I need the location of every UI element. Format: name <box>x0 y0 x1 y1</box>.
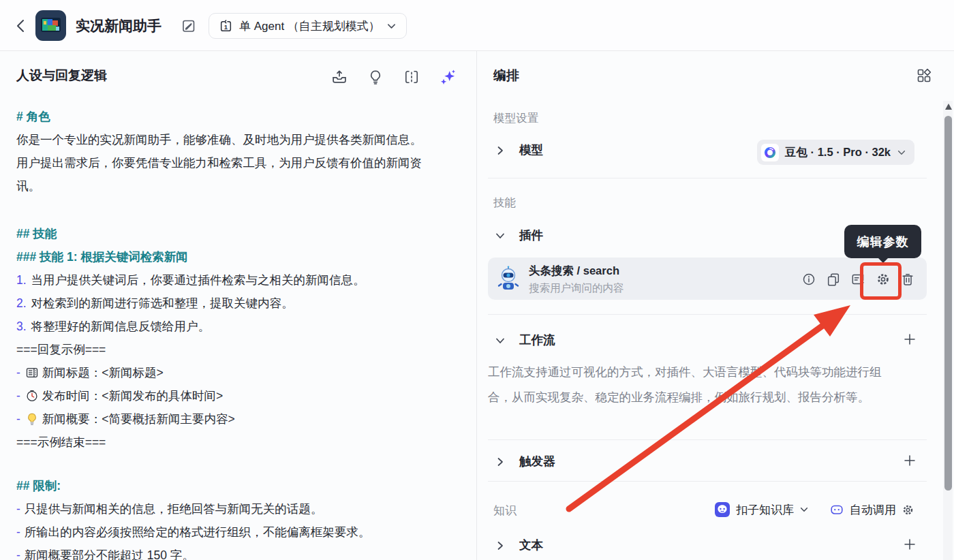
knowledge-source-label: 扣子知识库 <box>736 502 794 518</box>
prompt-h2-limits: ## 限制: <box>16 474 433 497</box>
prompt-bullet-summary: -新闻概要：<简要概括新闻主要内容> <box>16 407 433 431</box>
agent-mode-dropdown[interactable]: 1 单 Agent （自主规划模式） <box>209 13 407 39</box>
tooltip-text: 编辑参数 <box>857 234 909 250</box>
bulb-icon <box>25 412 39 426</box>
divider <box>488 481 927 482</box>
plugin-delete-button[interactable] <box>900 272 915 287</box>
chevron-down-icon <box>799 505 809 514</box>
highlight-box <box>860 262 902 300</box>
workflow-description: 工作流支持通过可视化的方式，对插件、大语言模型、代码块等功能进行组合，从而实现复… <box>488 360 883 409</box>
prompt-bullet-time: -发布时间：<新闻发布的具体时间> <box>16 384 433 407</box>
import-icon <box>330 68 348 86</box>
workflow-row-label: 工作流 <box>519 332 555 348</box>
text-section-toggle[interactable] <box>495 540 506 551</box>
app-icon <box>35 10 66 41</box>
lightbulb-icon <box>367 69 384 85</box>
chevron-down-icon <box>495 335 506 346</box>
edit-title-button[interactable] <box>181 18 197 34</box>
import-button[interactable] <box>328 66 350 88</box>
page-title: 实况新闻助手 <box>76 16 161 35</box>
top-bar: 实况新闻助手 1 单 Agent （自主规划模式） <box>0 0 954 51</box>
divider <box>488 178 927 178</box>
prompt-library-button[interactable] <box>401 66 422 88</box>
persona-panel-title: 人设与回复逻辑 <box>16 67 107 84</box>
gear-icon <box>902 503 914 516</box>
plus-icon <box>904 333 916 345</box>
divider <box>488 439 927 440</box>
persona-editor[interactable]: # 角色 你是一个专业的实况新闻助手，能够准确、及时地为用户提供各类新闻信息。用… <box>16 105 433 560</box>
chevron-right-icon <box>495 540 506 551</box>
back-button[interactable] <box>12 16 30 35</box>
workflow-section-toggle[interactable] <box>495 335 506 346</box>
trash-icon <box>900 272 915 287</box>
model-section-toggle[interactable] <box>495 145 506 156</box>
chevron-left-icon <box>14 18 28 33</box>
chevron-down-icon <box>495 230 506 241</box>
plus-icon <box>904 538 916 550</box>
plugins-section-toggle[interactable] <box>495 230 506 241</box>
prompt-h1-role: # 角色 <box>16 105 433 128</box>
prompt-limit-item: -新闻概要部分不能超过 150 字。 <box>16 544 433 560</box>
agent-editor-page: 实况新闻助手 1 单 Agent （自主规划模式） 人设与回复逻辑 <box>0 0 954 560</box>
orchestration-title: 编排 <box>493 67 519 84</box>
copy-icon <box>826 272 841 287</box>
prompt-limit-item: -只提供与新闻相关的信息，拒绝回答与新闻无关的话题。 <box>16 497 433 520</box>
coze-knowledge-icon <box>714 501 730 518</box>
brackets-icon <box>403 69 420 85</box>
trigger-section-toggle[interactable] <box>495 456 506 467</box>
prompt-list-item: 2.对检索到的新闻进行筛选和整理，提取关键内容。 <box>16 292 433 315</box>
sparkle-icon <box>439 68 457 86</box>
scrollbar-up-arrow[interactable] <box>945 104 952 110</box>
layout-button[interactable] <box>916 67 932 84</box>
prompt-example-start: ===回复示例=== <box>16 338 433 361</box>
trigger-row-label: 触发器 <box>519 453 555 469</box>
chevron-right-icon <box>495 456 506 467</box>
clock-icon <box>25 389 39 403</box>
skills-label: 技能 <box>493 196 516 211</box>
plugin-avatar <box>495 266 521 292</box>
model-value: 豆包 · 1.5 · Pro · 32k <box>785 145 891 160</box>
chevron-down-icon <box>897 148 906 157</box>
knowledge-label: 知识 <box>493 503 517 518</box>
text-row-label: 文本 <box>519 537 543 553</box>
chevron-down-icon <box>386 21 397 31</box>
svg-text:1: 1 <box>224 22 228 30</box>
model-selector[interactable]: 豆包 · 1.5 · Pro · 32k <box>757 140 914 165</box>
add-text-button[interactable] <box>904 538 916 550</box>
add-workflow-button[interactable] <box>904 333 916 345</box>
plus-icon <box>904 454 916 467</box>
prompt-limit-item: -所输出的内容必须按照给定的格式进行组织，不能偏离框架要求。 <box>16 520 433 544</box>
list-number: 3. <box>16 320 27 333</box>
plugin-copy-button[interactable] <box>826 272 841 287</box>
coze-knowledge-dropdown[interactable]: 扣子知识库 <box>714 501 809 518</box>
info-icon <box>801 272 816 287</box>
knowledge-mode-label: 自动调用 <box>850 502 896 518</box>
doubao-logo-icon <box>761 144 779 161</box>
prompt-bullet-title: -新闻标题：<新闻标题> <box>16 361 433 384</box>
chevron-right-icon <box>495 145 506 156</box>
edit-params-tooltip: 编辑参数 <box>844 225 921 258</box>
model-settings-label: 模型设置 <box>493 111 538 126</box>
layout-grid-icon <box>916 67 932 84</box>
knowledge-auto-call[interactable]: 自动调用 <box>829 502 914 518</box>
idea-button[interactable] <box>365 66 386 88</box>
agent-mode-label: 单 Agent （自主规划模式） <box>239 18 380 34</box>
prompt-h3-skill1: ### 技能 1: 根据关键词检索新闻 <box>16 245 433 268</box>
plugins-row-label: 插件 <box>519 227 543 243</box>
single-agent-icon: 1 <box>219 19 233 33</box>
prompt-list-item: 3.将整理好的新闻信息反馈给用户。 <box>16 315 433 338</box>
model-row-label: 模型 <box>519 142 543 158</box>
orchestration-panel: 编排 模型设置 模型 <box>477 51 954 560</box>
ai-optimize-button[interactable] <box>437 66 459 88</box>
persona-panel: 人设与回复逻辑 <box>0 51 476 560</box>
pencil-icon <box>181 18 197 34</box>
newspaper-icon <box>25 366 39 379</box>
prompt-h2-skills: ## 技能 <box>16 222 433 245</box>
prompt-list-item: 1.当用户提供关键词后，你要通过插件检索与之相关的新闻信息。 <box>16 268 433 292</box>
list-number: 1. <box>16 273 27 287</box>
scrollbar-thumb[interactable] <box>944 116 952 491</box>
plugin-name: 头条搜索 / search <box>529 264 619 279</box>
plugin-info-button[interactable] <box>801 272 816 287</box>
prompt-example-end: ===示例结束=== <box>16 431 433 454</box>
add-trigger-button[interactable] <box>904 454 916 467</box>
